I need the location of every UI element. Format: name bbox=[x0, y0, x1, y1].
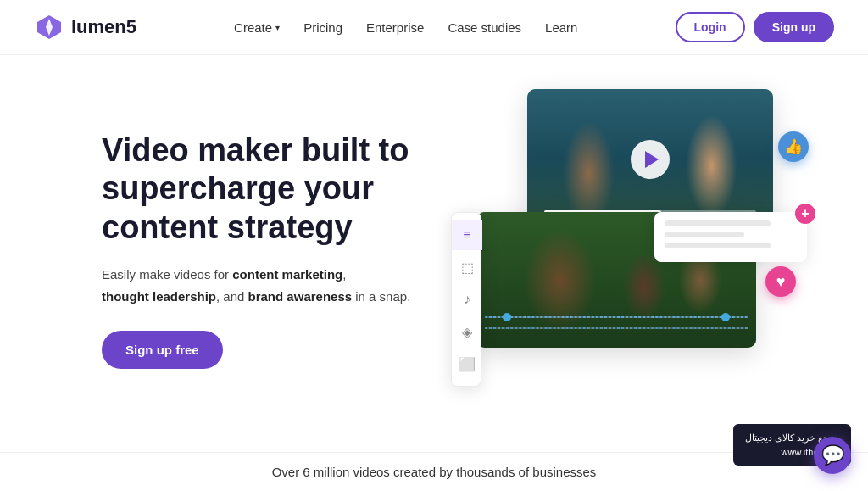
login-button[interactable]: Login bbox=[676, 12, 745, 42]
subtitle-bold-2: thought leadership bbox=[102, 289, 216, 304]
nav-buttons: Login Sign up bbox=[676, 12, 834, 42]
stats-text: Over 6 million videos created by thousan… bbox=[272, 465, 597, 479]
heart-badge: ♥ bbox=[765, 266, 796, 297]
edit-dot-right bbox=[721, 313, 730, 321]
subtitle-bold-3: brand awareness bbox=[248, 289, 353, 304]
signup-button[interactable]: Sign up bbox=[754, 12, 834, 42]
subtitle-intro: Easily make videos for bbox=[102, 267, 232, 282]
navigation: lumen5 Create ▾ Pricing Enterprise Case … bbox=[0, 0, 868, 55]
nav-link-enterprise[interactable]: Enterprise bbox=[366, 20, 424, 35]
nav-link-learn[interactable]: Learn bbox=[545, 20, 577, 35]
tool-sticker[interactable]: ◈ bbox=[452, 316, 482, 347]
subtitle-and: , and bbox=[216, 289, 248, 304]
tool-template[interactable]: ⬜ bbox=[452, 349, 482, 379]
hero-left: Video maker built to supercharge your co… bbox=[102, 131, 426, 370]
play-button[interactable] bbox=[631, 140, 670, 179]
video-bg-top bbox=[527, 89, 773, 229]
nav-links: Create ▾ Pricing Enterprise Case studies… bbox=[234, 20, 577, 35]
signup-free-button[interactable]: Sign up free bbox=[102, 331, 223, 369]
nav-link-case-studies[interactable]: Case studies bbox=[448, 20, 521, 35]
tool-image[interactable]: ⬚ bbox=[452, 252, 482, 282]
tool-audio[interactable]: ♪ bbox=[452, 284, 482, 315]
hero-right: 👍 ≡ ⬚ ♪ ◈ ⬜ + bbox=[476, 89, 800, 411]
hero-section: Video maker built to supercharge your co… bbox=[0, 55, 868, 428]
edit-dot-left bbox=[503, 313, 511, 321]
chat-bubble-button[interactable]: 💬 bbox=[814, 437, 851, 474]
nav-link-pricing[interactable]: Pricing bbox=[303, 20, 342, 35]
subtitle-bold-1: content marketing bbox=[232, 267, 342, 282]
add-icon: + bbox=[795, 204, 815, 224]
play-icon bbox=[645, 151, 659, 168]
hero-title: Video maker built to supercharge your co… bbox=[102, 131, 426, 248]
subtitle-comma: , bbox=[342, 267, 346, 282]
tool-text[interactable]: ≡ bbox=[452, 220, 482, 250]
chevron-down-icon: ▾ bbox=[275, 23, 280, 32]
nav-link-create[interactable]: Create ▾ bbox=[234, 20, 280, 35]
sidebar-tools: ≡ ⬚ ♪ ◈ ⬜ bbox=[451, 212, 481, 387]
edit-timeline-1 bbox=[485, 316, 748, 318]
logo-text: lumen5 bbox=[71, 16, 136, 38]
hero-subtitle: Easily make videos for content marketing… bbox=[102, 264, 426, 307]
video-card-top bbox=[527, 89, 773, 229]
card-line-3 bbox=[665, 243, 771, 248]
like-badge: 👍 bbox=[778, 131, 809, 162]
edit-timeline-2 bbox=[485, 327, 748, 329]
card-line-1 bbox=[665, 220, 771, 226]
card-line-2 bbox=[665, 232, 744, 237]
logo-icon bbox=[34, 12, 64, 42]
logo[interactable]: lumen5 bbox=[34, 12, 136, 42]
white-card-overlay: + bbox=[654, 212, 807, 262]
subtitle-end: in a snap. bbox=[352, 289, 410, 304]
